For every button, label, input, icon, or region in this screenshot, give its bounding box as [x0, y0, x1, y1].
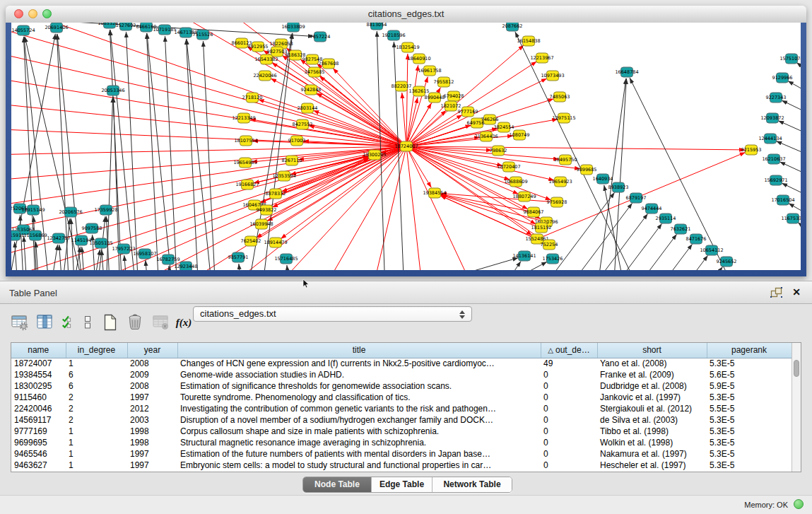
- table-cell[interactable]: 0: [541, 460, 597, 471]
- column-header-out_de[interactable]: △out_de…: [541, 343, 597, 358]
- table-cell[interactable]: Nakamura et al. (1997): [597, 448, 707, 460]
- table-cell[interactable]: 5.3E-5: [707, 460, 792, 471]
- table-cell[interactable]: 2012: [127, 403, 177, 414]
- table-cell[interactable]: 9777169: [11, 426, 66, 437]
- table-cell[interactable]: Franke et al. (2009): [597, 369, 707, 380]
- tab-node-table[interactable]: Node Table: [303, 477, 371, 492]
- network-window-titlebar[interactable]: citations_edges.txt: [6, 6, 806, 23]
- table-cell[interactable]: 0: [541, 426, 597, 437]
- table-cell[interactable]: 2008: [127, 358, 177, 369]
- table-cell[interactable]: Tibbo et al. (1998): [597, 426, 707, 437]
- table-cell[interactable]: 5.6E-5: [707, 369, 792, 380]
- table-cell[interactable]: 0: [541, 403, 597, 414]
- memory-status-indicator[interactable]: [794, 499, 804, 509]
- table-cell[interactable]: 1997: [127, 448, 177, 460]
- select-rows-button[interactable]: [59, 312, 76, 333]
- table-vertical-scrollbar[interactable]: [792, 343, 801, 472]
- close-panel-icon[interactable]: ✕: [792, 286, 801, 298]
- table-cell[interactable]: 5.3E-5: [707, 437, 792, 448]
- table-cell[interactable]: Embryonic stem cells: a model to study s…: [177, 460, 541, 471]
- table-cell[interactable]: Estimation of significance thresholds fo…: [177, 380, 541, 392]
- table-cell[interactable]: 6: [66, 369, 127, 380]
- table-cell[interactable]: 6: [66, 380, 127, 392]
- table-cell[interactable]: 0: [541, 369, 597, 380]
- column-header-title[interactable]: title: [177, 343, 541, 358]
- table-cell[interactable]: Corpus callosum shape and size in male p…: [177, 426, 541, 437]
- table-row[interactable]: 1938455462009Genome-wide association stu…: [11, 369, 792, 380]
- table-cell[interactable]: 18300295: [11, 380, 66, 392]
- delete-table-button-disabled[interactable]: [150, 312, 172, 333]
- table-mode-button[interactable]: [8, 312, 31, 333]
- network-canvas[interactable]: 1405572420691406108532871527602646616010…: [11, 23, 801, 270]
- table-row[interactable]: 977716911998Corpus callosum shape and si…: [11, 426, 792, 437]
- table-cell[interactable]: 1998: [127, 437, 177, 448]
- table-row[interactable]: 969969511998Structural magnetic resonanc…: [11, 437, 792, 448]
- show-columns-button[interactable]: [34, 312, 57, 333]
- table-cell[interactable]: 9465546: [11, 448, 66, 460]
- table-cell[interactable]: Structural magnetic resonance image aver…: [177, 437, 541, 448]
- table-cell[interactable]: 2009: [127, 369, 177, 380]
- table-cell[interactable]: Genome-wide association studies in ADHD.: [177, 369, 541, 380]
- table-cell[interactable]: 5.5E-5: [707, 403, 792, 414]
- table-cell[interactable]: Dudbridge et al. (2008): [597, 380, 707, 392]
- table-cell[interactable]: 0: [541, 392, 597, 403]
- table-cell[interactable]: 1: [66, 358, 127, 369]
- table-row[interactable]: 1456911722003Disruption of a novel membe…: [11, 414, 792, 426]
- table-row[interactable]: 1830029562008Estimation of significance …: [11, 380, 792, 392]
- table-row[interactable]: 911546021997Tourette syndrome. Phenomeno…: [11, 392, 792, 403]
- table-cell[interactable]: 19384554: [11, 369, 66, 380]
- table-cell[interactable]: 5.3E-5: [707, 414, 792, 426]
- table-cell[interactable]: 1: [66, 437, 127, 448]
- table-cell[interactable]: Stergiakouli et al. (2012): [597, 403, 707, 414]
- table-cell[interactable]: Investigating the contribution of common…: [177, 403, 541, 414]
- table-cell[interactable]: Jankovic et al. (1997): [597, 392, 707, 403]
- table-cell[interactable]: 2003: [127, 414, 177, 426]
- table-cell[interactable]: 2: [66, 403, 127, 414]
- table-cell[interactable]: 49: [541, 358, 597, 369]
- table-cell[interactable]: 22420046: [11, 403, 66, 414]
- delete-columns-button[interactable]: [124, 312, 147, 333]
- table-cell[interactable]: 0: [541, 414, 597, 426]
- network-selector[interactable]: citations_edges.txt: [193, 306, 472, 322]
- table-cell[interactable]: 1: [66, 426, 127, 437]
- table-cell[interactable]: 9115460: [11, 392, 66, 403]
- table-cell[interactable]: 5.3E-5: [707, 358, 792, 369]
- table-cell[interactable]: Wolkin et al. (1998): [597, 437, 707, 448]
- table-row[interactable]: 946362711997Embryonic stem cells: a mode…: [11, 460, 792, 471]
- scrollbar-thumb[interactable]: [794, 360, 799, 377]
- table-row[interactable]: 2242004622012Investigating the contribut…: [11, 403, 792, 414]
- column-header-in_degree[interactable]: in_degree: [66, 343, 127, 358]
- table-cell[interactable]: 1: [66, 460, 127, 471]
- column-header-name[interactable]: name: [11, 343, 66, 358]
- table-cell[interactable]: 2: [66, 392, 127, 403]
- table-cell[interactable]: de Silva et al. (2003): [597, 414, 707, 426]
- table-cell[interactable]: 9699695: [11, 437, 66, 448]
- table-cell[interactable]: Yano et al. (2008): [597, 358, 707, 369]
- table-cell[interactable]: 1998: [127, 426, 177, 437]
- create-column-button[interactable]: [99, 312, 122, 333]
- table-cell[interactable]: 18724007: [11, 358, 66, 369]
- function-builder-button[interactable]: f(x): [175, 312, 192, 333]
- table-cell[interactable]: 0: [541, 437, 597, 448]
- table-row[interactable]: 1872400712008Changes of HCN gene express…: [11, 358, 792, 369]
- table-cell[interactable]: Hescheler et al. (1997): [597, 460, 707, 471]
- column-header-pagerank[interactable]: pagerank: [707, 343, 792, 358]
- table-cell[interactable]: 1997: [127, 460, 177, 471]
- table-cell[interactable]: 2: [66, 414, 127, 426]
- table-row[interactable]: 946554611997Estimation of the future num…: [11, 448, 792, 460]
- column-header-year[interactable]: year: [127, 343, 177, 358]
- table-cell[interactable]: 5.3E-5: [707, 448, 792, 460]
- table-cell[interactable]: 9463627: [11, 460, 66, 471]
- table-cell[interactable]: 0: [541, 380, 597, 392]
- table-cell[interactable]: 2008: [127, 380, 177, 392]
- table-cell[interactable]: 0: [541, 448, 597, 460]
- table-cell[interactable]: Disruption of a novel member of a sodium…: [177, 414, 541, 426]
- column-header-short[interactable]: short: [597, 343, 707, 358]
- table-cell[interactable]: 5.9E-5: [707, 380, 792, 392]
- tab-edge-table[interactable]: Edge Table: [371, 477, 432, 492]
- table-cell[interactable]: 5.3E-5: [707, 392, 792, 403]
- row-height-button[interactable]: [79, 312, 96, 333]
- tab-network-table[interactable]: Network Table: [432, 477, 512, 492]
- table-cell[interactable]: 1: [66, 448, 127, 460]
- table-cell[interactable]: Changes of HCN gene expression and I(f) …: [177, 358, 541, 369]
